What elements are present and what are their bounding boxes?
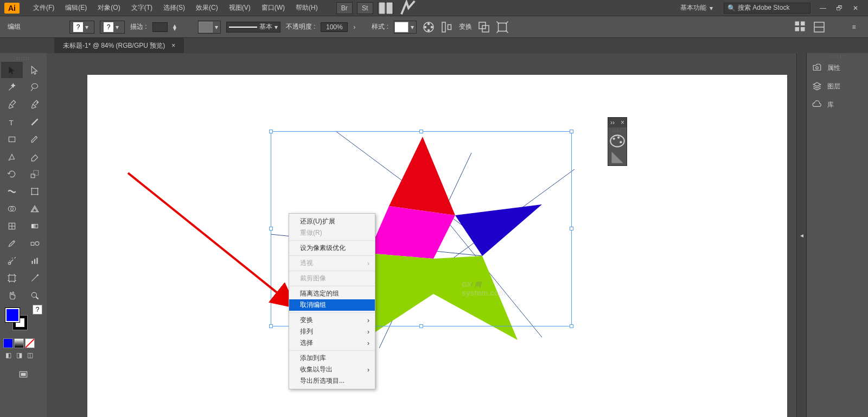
line-tool[interactable] xyxy=(24,114,46,130)
eraser-tool[interactable] xyxy=(24,149,46,165)
menu-type[interactable]: 文字(T) xyxy=(126,1,158,15)
search-input[interactable]: 🔍搜索 Adobe Stock xyxy=(724,3,810,14)
color-mode-gradient[interactable] xyxy=(14,338,24,348)
ctx-export-selection[interactable]: 导出所选项目... xyxy=(289,375,375,387)
fill-color-dd[interactable]: ?▾ xyxy=(69,21,94,34)
ctx-pixel-perfect[interactable]: 设为像素级优化 xyxy=(289,242,375,254)
menu-view[interactable]: 视图(V) xyxy=(224,1,256,15)
panel-properties[interactable]: 属性 xyxy=(807,59,868,77)
perspective-tool[interactable] xyxy=(24,201,46,217)
panel-layers[interactable]: 图层 xyxy=(807,77,868,95)
draw-inside-icon[interactable]: ◫ xyxy=(25,350,35,360)
magic-wand-tool[interactable] xyxy=(1,79,23,95)
menu-select[interactable]: 选择(S) xyxy=(158,1,190,15)
graphic-style-dd[interactable]: ▾ xyxy=(394,21,417,34)
mini-color-panel[interactable]: ››× :::: xyxy=(608,117,627,166)
close-window-button[interactable]: ✕ xyxy=(847,2,864,14)
ctx-select[interactable]: 选择 xyxy=(289,337,375,349)
eyedropper-tool[interactable] xyxy=(1,235,23,252)
default-colors-icon[interactable]: ? xyxy=(33,305,42,315)
ctx-add-to-lib[interactable]: 添加到库 xyxy=(289,352,375,364)
stroke-color-dd[interactable]: ?▾ xyxy=(100,21,125,34)
blend-tool[interactable] xyxy=(24,235,46,252)
stock-icon[interactable]: St xyxy=(357,2,373,14)
fill-swatch[interactable] xyxy=(5,308,20,322)
menu-help[interactable]: 帮助(H) xyxy=(290,1,323,15)
rotate-tool[interactable] xyxy=(1,166,23,182)
direct-selection-tool[interactable] xyxy=(24,62,46,78)
mini-panel-header[interactable]: ››× xyxy=(608,118,627,127)
scale-tool[interactable] xyxy=(24,166,46,182)
menu-effect[interactable]: 效果(C) xyxy=(190,1,224,15)
color-mode-solid[interactable] xyxy=(3,338,13,348)
shaper-tool[interactable] xyxy=(1,149,23,165)
draw-mode-icon[interactable]: ◧ xyxy=(3,350,13,360)
shape-builder-tool[interactable] xyxy=(1,201,23,217)
paintbrush-tool[interactable] xyxy=(24,131,46,147)
isolate-icon[interactable] xyxy=(496,21,509,33)
selection-tool[interactable] xyxy=(1,62,23,78)
color-mode-none[interactable] xyxy=(25,338,35,348)
close-icon[interactable]: × xyxy=(621,119,624,126)
type-tool[interactable]: T xyxy=(1,114,23,130)
ctx-isolate[interactable]: 隔离选定的组 xyxy=(289,288,375,299)
ctx-ungroup[interactable]: 取消编组 xyxy=(289,299,375,311)
rectangle-tool[interactable] xyxy=(1,131,23,147)
tab-close-button[interactable]: × xyxy=(171,42,175,49)
symbol-sprayer-tool[interactable] xyxy=(1,253,23,269)
panel-menu-icon[interactable]: ≡ xyxy=(847,21,860,33)
workspace-switcher[interactable]: 基本功能▾ xyxy=(674,2,719,14)
pen-tool[interactable] xyxy=(1,97,23,113)
ctx-transform[interactable]: 变换 xyxy=(289,315,375,326)
canvas-viewport[interactable]: GX/ 网system.com ››× :::: 还原(U)扩展 重做(R) 设… xyxy=(47,53,796,417)
gradient-tool[interactable] xyxy=(24,218,46,234)
opacity-arrow-icon[interactable]: › xyxy=(353,23,355,31)
ctx-arrange[interactable]: 排列 xyxy=(289,326,375,337)
artboard[interactable]: GX/ 网system.com xyxy=(87,75,787,417)
stroke-weight-input[interactable] xyxy=(152,22,168,32)
minimize-button[interactable]: — xyxy=(815,2,831,14)
collapse-icon[interactable]: ›› xyxy=(610,119,615,126)
menu-edit[interactable]: 编辑(E) xyxy=(60,1,92,15)
document-tab[interactable]: 未标题-1* @ 84% (RGB/GPU 预览) × xyxy=(54,38,184,53)
graph-tool[interactable] xyxy=(24,253,46,269)
shape-mode-icon[interactable] xyxy=(477,21,490,33)
menu-object[interactable]: 对象(O) xyxy=(92,1,125,15)
arrange-docs-icon[interactable] xyxy=(378,2,394,14)
panel-expand-strip[interactable]: ◂ xyxy=(796,53,806,417)
menu-window[interactable]: 窗口(W) xyxy=(256,1,290,15)
maximize-button[interactable]: 🗗 xyxy=(831,2,847,14)
fill-stroke-swatch[interactable]: ? xyxy=(0,305,47,337)
free-transform-tool[interactable] xyxy=(24,183,46,200)
artboard-tool[interactable] xyxy=(1,270,23,286)
mesh-tool[interactable] xyxy=(1,218,23,234)
curvature-tool[interactable] xyxy=(24,97,46,113)
opacity-input[interactable]: 100% xyxy=(321,22,348,32)
color-guide-icon[interactable] xyxy=(608,149,627,165)
draw-behind-icon[interactable]: ◨ xyxy=(14,350,24,360)
stroke-weight-stepper[interactable]: ▴▾ xyxy=(173,24,176,30)
align-icon[interactable] xyxy=(441,21,454,33)
panel-grip-icon[interactable]: :::::: xyxy=(0,55,47,61)
chevron-down-icon: ▾ xyxy=(411,23,416,31)
width-tool[interactable] xyxy=(1,183,23,200)
ctx-undo[interactable]: 还原(U)扩展 xyxy=(289,216,375,227)
ctx-collect-export[interactable]: 收集以导出 xyxy=(289,364,375,375)
var-width-dd[interactable]: ▾ xyxy=(198,21,221,34)
recolor-icon[interactable] xyxy=(422,21,435,33)
menu-file[interactable]: 文件(F) xyxy=(28,1,60,15)
brush-def-dd[interactable]: 基本▾ xyxy=(226,22,280,33)
transform-link[interactable]: 变换 xyxy=(459,22,472,31)
prefs-icon[interactable] xyxy=(813,21,826,33)
slice-tool[interactable] xyxy=(24,270,46,286)
gpu-icon[interactable] xyxy=(400,2,417,14)
bridge-icon[interactable]: Br xyxy=(336,2,353,14)
lasso-tool[interactable] xyxy=(24,79,46,95)
hand-tool[interactable] xyxy=(1,287,23,304)
panel-libraries[interactable]: 库 xyxy=(807,95,868,114)
color-panel-icon[interactable] xyxy=(608,133,627,149)
zoom-tool[interactable] xyxy=(24,287,46,304)
panel-grip-icon[interactable]: :::::: xyxy=(807,53,868,59)
doc-setup-icon[interactable] xyxy=(794,21,807,33)
screen-mode-tool[interactable] xyxy=(3,367,43,383)
